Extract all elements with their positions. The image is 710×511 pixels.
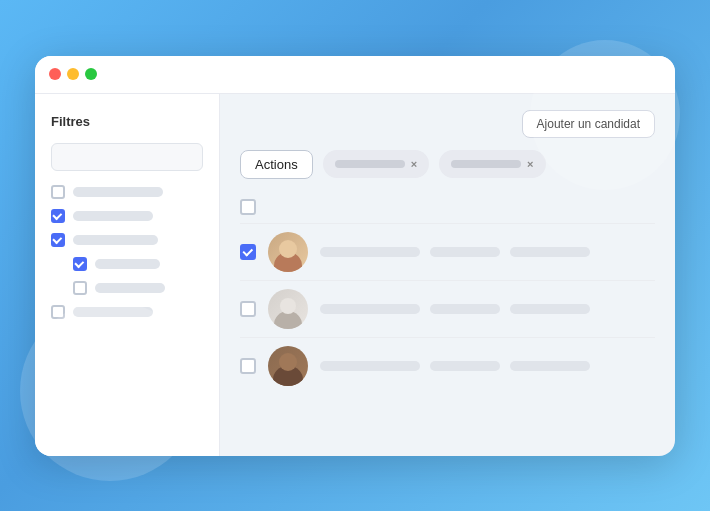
row-1-col-1 xyxy=(320,247,420,257)
filter-label-4 xyxy=(95,283,165,293)
filter-label-3a xyxy=(95,259,160,269)
avatar xyxy=(268,289,308,329)
filter-tag-2: × xyxy=(439,150,545,178)
row-1-col-3 xyxy=(510,247,590,257)
filter-item-3a xyxy=(73,257,203,271)
filter-checkbox-2[interactable] xyxy=(51,209,65,223)
row-2-col-3 xyxy=(510,304,590,314)
filter-checkbox-3a[interactable] xyxy=(73,257,87,271)
row-1-data xyxy=(320,247,655,257)
table-row xyxy=(240,281,655,338)
row-3-col-1 xyxy=(320,361,420,371)
filter-item-4 xyxy=(73,281,203,295)
filter-item-1 xyxy=(51,185,203,199)
maximize-window-button[interactable] xyxy=(85,68,97,80)
filter-checkbox-4[interactable] xyxy=(73,281,87,295)
table-row xyxy=(240,224,655,281)
filter-item-2 xyxy=(51,209,203,223)
filter-label-2 xyxy=(73,211,153,221)
sidebar-title: Filtres xyxy=(51,114,203,129)
filter-checkbox-1[interactable] xyxy=(51,185,65,199)
filter-tag-bar-1 xyxy=(335,160,405,168)
traffic-lights xyxy=(49,68,97,80)
table xyxy=(240,191,655,394)
row-1-col-2 xyxy=(430,247,500,257)
filter-label-1 xyxy=(73,187,163,197)
search-input[interactable] xyxy=(51,143,203,171)
minimize-window-button[interactable] xyxy=(67,68,79,80)
remove-filter-1-icon[interactable]: × xyxy=(411,158,417,170)
row-2-col-1 xyxy=(320,304,420,314)
row-2-data xyxy=(320,304,655,314)
filter-label-3 xyxy=(73,235,158,245)
row-1-checkbox[interactable] xyxy=(240,244,256,260)
row-2-checkbox[interactable] xyxy=(240,301,256,317)
row-3-col-2 xyxy=(430,361,500,371)
avatar xyxy=(268,232,308,272)
filter-tag-bar-2 xyxy=(451,160,521,168)
filter-item-3 xyxy=(51,233,203,247)
remove-filter-2-icon[interactable]: × xyxy=(527,158,533,170)
row-3-data xyxy=(320,361,655,371)
table-row xyxy=(240,338,655,394)
table-header-row xyxy=(240,191,655,224)
filter-checkbox-3[interactable] xyxy=(51,233,65,247)
bg-decoration-right xyxy=(530,40,680,190)
actions-button[interactable]: Actions xyxy=(240,150,313,179)
filter-tag-1: × xyxy=(323,150,429,178)
bg-decoration-left xyxy=(20,301,200,481)
avatar xyxy=(268,346,308,386)
select-all-checkbox[interactable] xyxy=(240,199,256,215)
row-3-col-3 xyxy=(510,361,590,371)
close-window-button[interactable] xyxy=(49,68,61,80)
row-2-col-2 xyxy=(430,304,500,314)
row-3-checkbox[interactable] xyxy=(240,358,256,374)
